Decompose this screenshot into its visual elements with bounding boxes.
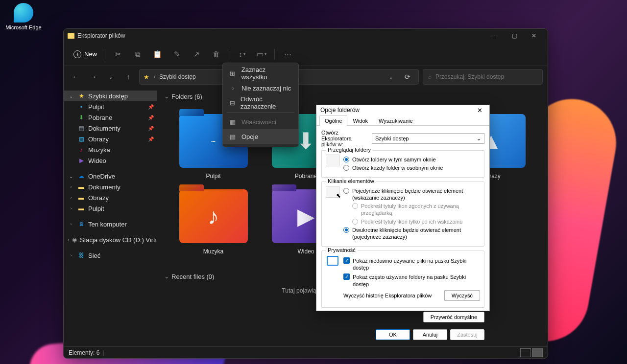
- sidebar-item-pobrane[interactable]: ⬇Pobrane📌: [64, 112, 157, 123]
- sidebar-item-obrazy[interactable]: ▨Obrazy📌: [64, 134, 157, 144]
- folder-options-dialog: Opcje folderów ✕ Ogólne Widok Wyszukiwan…: [316, 105, 490, 311]
- browse-folders-group: Przeglądaj foldery Otwórz foldery w tym …: [321, 150, 484, 178]
- toolbar: + New ✂ ⧉ 📋 ✎ ↗ 🗑 ↕ ▾ ▭ ▾ ⋯: [64, 43, 548, 66]
- clear-button[interactable]: Wyczyść: [444, 290, 480, 301]
- dialog-titlebar[interactable]: Opcje folderów ✕: [316, 105, 489, 115]
- cut-button[interactable]: ✂: [109, 46, 127, 63]
- maximize-button[interactable]: ▢: [505, 29, 524, 43]
- view-icons-button[interactable]: [532, 348, 543, 357]
- menu-select-none[interactable]: ▫Nie zaznaczaj nic: [223, 81, 298, 95]
- new-button[interactable]: + New: [70, 46, 101, 63]
- dialog-tabs: Ogólne Widok Wyszukiwanie: [316, 115, 489, 126]
- sidebar-item-od-dokumenty[interactable]: ›▬Dokumenty: [64, 182, 157, 192]
- sidebar-item-wideo[interactable]: ▶Wideo: [64, 155, 157, 166]
- ok-button[interactable]: OK: [376, 329, 410, 340]
- dialog-close-button[interactable]: ✕: [474, 105, 485, 115]
- copy-button[interactable]: ⧉: [129, 46, 146, 63]
- restore-defaults-button[interactable]: Przywróć domyślne: [423, 312, 484, 322]
- select-none-icon: ▫: [229, 85, 237, 92]
- context-menu: ⊞Zaznacz wszystko ▫Nie zaznaczaj nic ⊟Od…: [222, 63, 299, 147]
- cancel-button[interactable]: Anuluj: [413, 329, 447, 340]
- more-button[interactable]: ⋯: [279, 46, 296, 63]
- sidebar-item-onedrive[interactable]: ⌄☁OneDrive: [64, 171, 157, 182]
- search-placeholder: Przeszukaj: Szybki dostęp: [435, 73, 504, 80]
- open-in-select[interactable]: Szybki dostęp⌄: [372, 133, 484, 144]
- click-thumbnail-icon: ⬉: [326, 186, 339, 198]
- edge-icon: [14, 3, 33, 23]
- apply-button: Zastosuj: [450, 329, 484, 340]
- close-button[interactable]: ✕: [524, 29, 544, 43]
- desktop-icon-label: Microsoft Edge: [4, 24, 43, 30]
- sidebar-item-this-pc[interactable]: ›🖥Ten komputer: [64, 219, 157, 229]
- checkbox-show-frequent[interactable]: ✓Pokaż często używane foldery na pasku S…: [343, 273, 480, 288]
- tab-general[interactable]: Ogólne: [319, 115, 347, 126]
- rename-button[interactable]: ✎: [168, 46, 186, 63]
- sidebar-item-dokumenty[interactable]: ▤Dokumenty📌: [64, 123, 157, 134]
- refresh-button[interactable]: ⟳: [401, 70, 414, 84]
- search-input[interactable]: ⌕ Przeszukaj: Szybki dostęp: [423, 69, 543, 85]
- desktop-icon-edge[interactable]: Microsoft Edge: [4, 3, 43, 30]
- sidebar-item-cd[interactable]: ›◉Stacja dysków CD (D:) VirtualBox: [64, 234, 157, 245]
- sidebar-item-network[interactable]: ›⛓Sieć: [64, 250, 157, 261]
- sort-button[interactable]: ↕ ▾: [233, 46, 251, 63]
- view-details-button[interactable]: [520, 348, 531, 357]
- radio-underline-point: Podkreśl tytuły ikon tylko po ich wskaza…: [352, 218, 480, 225]
- sidebar-item-od-pulpit[interactable]: ›▬Pulpit: [64, 203, 157, 214]
- star-icon: ★: [144, 73, 149, 81]
- delete-button[interactable]: 🗑: [207, 46, 225, 63]
- privacy-group: Prywatność ✓Pokaż niedawno używane pliki…: [321, 250, 484, 308]
- up-button[interactable]: ↑: [121, 70, 135, 84]
- radio-underline-browser: Podkreśl tytuły ikon zgodnych z używaną …: [352, 203, 480, 217]
- checkbox-show-recent[interactable]: ✓Pokaż niedawno używane pliki na pasku S…: [343, 257, 480, 272]
- plus-icon: +: [73, 50, 81, 58]
- address-dropdown[interactable]: ⌄: [384, 70, 398, 84]
- chevron-down-icon: ⌄: [477, 136, 481, 142]
- dialog-title: Opcje folderów: [320, 107, 360, 114]
- view-button[interactable]: ▭ ▾: [253, 46, 270, 63]
- titlebar[interactable]: Eksplorator plików ─ ▢ ✕: [64, 29, 548, 43]
- radio-same-window[interactable]: Otwórz foldery w tym samym oknie: [343, 156, 480, 163]
- menu-options[interactable]: ▤Opcje: [223, 129, 298, 144]
- browse-thumbnail-icon: [326, 155, 339, 166]
- radio-single-click[interactable]: Pojedyncze kliknięcie będzie otwierać el…: [343, 187, 480, 202]
- folder-muzyka[interactable]: ♪ Muzyka: [169, 189, 257, 255]
- back-button[interactable]: ←: [69, 70, 82, 84]
- share-button[interactable]: ↗: [188, 46, 205, 63]
- privacy-icon: [326, 255, 339, 267]
- recent-dropdown[interactable]: ⌄: [104, 70, 118, 84]
- sidebar-item-od-obrazy[interactable]: ›▬Obrazy: [64, 192, 157, 203]
- dialog-buttons: OK Anuluj Zastosuj: [316, 326, 489, 344]
- search-icon: ⌕: [428, 73, 432, 80]
- window-title: Eksplorator plików: [77, 32, 125, 39]
- sidebar: ⌄★Szybki dostęp ▪Pulpit📌 ⬇Pobrane📌 ▤Doku…: [64, 88, 157, 346]
- forward-button[interactable]: →: [86, 70, 100, 84]
- breadcrumb-segment[interactable]: Szybki dostęp: [159, 73, 196, 80]
- menu-invert-selection[interactable]: ⊟Odwróć zaznaczenie: [223, 95, 298, 110]
- invert-icon: ⊟: [229, 99, 236, 107]
- minimize-button[interactable]: ─: [485, 29, 505, 43]
- clear-history-label: Wyczyść historię Eksploratora plików: [343, 292, 441, 299]
- sidebar-item-pulpit[interactable]: ▪Pulpit📌: [64, 101, 157, 112]
- sidebar-item-quick-access[interactable]: ⌄★Szybki dostęp: [64, 91, 157, 101]
- properties-icon: ▦: [229, 118, 237, 126]
- status-items: Elementy: 6: [69, 349, 99, 356]
- folder-icon: [68, 33, 74, 39]
- status-bar: Elementy: 6 |: [64, 346, 548, 358]
- open-in-label: Otwórz Eksploratora plików w:: [321, 130, 368, 147]
- tab-view[interactable]: Widok: [347, 115, 373, 126]
- menu-properties: ▦Właściwości: [223, 114, 298, 129]
- sidebar-item-muzyka[interactable]: ♪Muzyka: [64, 144, 157, 155]
- radio-double-click[interactable]: Dwukrotne kliknięcie będzie otwierać ele…: [343, 227, 480, 241]
- radio-new-window[interactable]: Otwórz każdy folder w osobnym oknie: [343, 164, 480, 171]
- tab-search[interactable]: Wyszukiwanie: [373, 115, 418, 126]
- select-all-icon: ⊞: [229, 70, 237, 77]
- paste-button[interactable]: 📋: [148, 46, 166, 63]
- menu-select-all[interactable]: ⊞Zaznacz wszystko: [223, 66, 298, 81]
- folders-section-header[interactable]: ⌄Folders (6): [165, 91, 540, 102]
- nav-row: ← → ⌄ ↑ ★ › Szybki dostęp ⌄ ⟳ ⌕ Przeszuk…: [64, 66, 548, 88]
- click-items-group: Klikanie elementów ⬉ Pojedyncze kliknięc…: [321, 182, 484, 247]
- options-icon: ▤: [229, 133, 237, 140]
